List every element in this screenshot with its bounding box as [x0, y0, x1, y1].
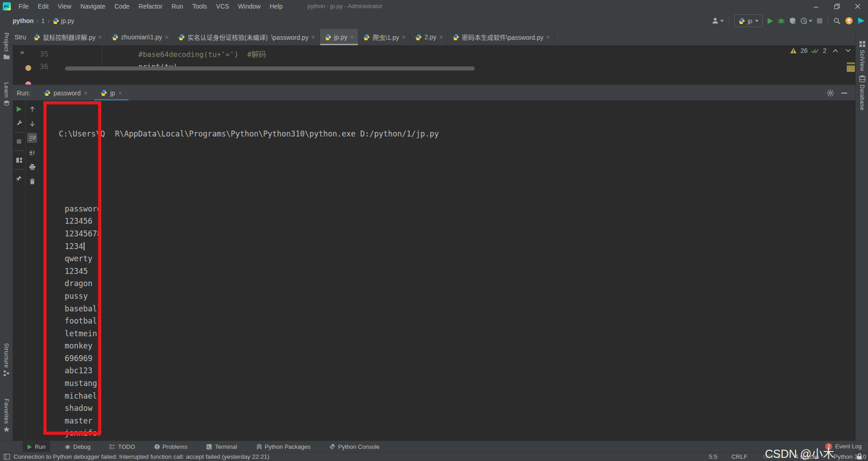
editor-tab[interactable]: 密码本生成软件\password.py ×	[448, 29, 555, 45]
hide-panel-icon[interactable]	[841, 92, 847, 94]
editor-tab[interactable]: 2.py ×	[410, 29, 448, 45]
tool-window-run-button[interactable]: Run	[23, 441, 50, 452]
stop-button[interactable]	[816, 18, 823, 24]
editor-area[interactable]: » 35 #base64decoding(tu+'=') #解码 36 prin…	[13, 45, 855, 85]
tool-window-python-console-button[interactable]: Python Console	[325, 441, 384, 452]
profiler-button[interactable]	[800, 17, 812, 24]
run-with-coverage-button[interactable]	[789, 17, 796, 24]
menu-item[interactable]: Edit	[34, 1, 53, 11]
tool-window-python-packages-button[interactable]: Python Packages	[252, 441, 315, 452]
tool-window-buttons: Run Debug TODO Problems Terminal Python …	[23, 441, 384, 452]
close-tab-icon[interactable]: ×	[118, 90, 122, 96]
python-file-icon	[738, 18, 745, 24]
up-stacktrace-icon[interactable]	[27, 104, 37, 114]
run-button[interactable]	[767, 18, 774, 24]
password-line: 123456	[38, 215, 439, 228]
close-tab-icon[interactable]: ×	[165, 34, 169, 40]
down-stacktrace-icon[interactable]	[27, 118, 37, 128]
maximize-button[interactable]	[826, 0, 847, 13]
run-configuration-selector[interactable]: jp	[734, 14, 763, 27]
editor-tab[interactable]: 实名认证身份证核验(未编译) \password.py ×	[174, 29, 320, 45]
close-tab-icon[interactable]: ×	[84, 90, 88, 96]
menu-item[interactable]: Run	[167, 1, 187, 11]
close-tab-icon[interactable]: ×	[98, 34, 102, 40]
pin-tab-icon[interactable]	[14, 174, 24, 183]
tool-window-structure[interactable]: Structure	[0, 343, 13, 376]
tool-window-problems-button[interactable]: Problems	[150, 441, 192, 452]
menu-item[interactable]: VCS	[212, 1, 233, 11]
caret-position[interactable]: 5:5	[709, 453, 717, 460]
menu-item[interactable]: Refactor	[135, 1, 167, 11]
close-button[interactable]	[847, 0, 868, 13]
password-line: shadow	[38, 402, 439, 415]
editor-tab[interactable]: 鼠标控制器详解.py ×	[29, 29, 107, 45]
run-configuration-name: jp	[748, 18, 752, 24]
breadcrumb-folder[interactable]: 1	[41, 17, 45, 24]
run-toolbar-console	[26, 100, 38, 441]
gear-icon[interactable]	[827, 89, 834, 97]
run-panel-title: Run:	[17, 89, 30, 97]
run-tab[interactable]: jp ×	[94, 85, 128, 101]
tool-window-todo-button[interactable]: TODO	[105, 441, 139, 452]
status-message[interactable]: Connection to Python debugger failed: In…	[14, 453, 269, 460]
python-file-icon	[178, 34, 185, 41]
next-problem-icon[interactable]	[845, 49, 851, 52]
ide-features-icon[interactable]	[857, 17, 865, 25]
tool-window-favorites[interactable]: Favorites	[0, 399, 13, 433]
stop-button-disabled[interactable]	[14, 136, 24, 146]
menu-item[interactable]: Navigate	[76, 1, 109, 11]
run-play-icon	[27, 444, 32, 450]
editor-tab[interactable]: jp.py ×	[320, 29, 359, 45]
sciview-grid-icon	[859, 41, 866, 47]
menu-item[interactable]: Help	[265, 1, 287, 11]
menu-item[interactable]: Window	[234, 1, 265, 11]
editor-line-35: 35 #base64decoding(tu+'=') #解码	[13, 47, 855, 60]
rerun-button[interactable]	[14, 104, 24, 114]
menu-item[interactable]: View	[54, 1, 75, 11]
close-tab-icon[interactable]: ×	[439, 34, 443, 40]
indent-guide	[102, 45, 102, 66]
run-tab[interactable]: password ×	[38, 85, 94, 101]
debug-button[interactable]	[778, 17, 785, 24]
soft-wrap-icon[interactable]	[27, 133, 37, 143]
tab-label: 密码本生成软件\password.py	[462, 33, 543, 42]
tool-window-switcher-icon[interactable]	[4, 454, 10, 460]
restore-layout-icon[interactable]	[14, 155, 24, 165]
breadcrumb-file[interactable]: jp.py	[61, 17, 75, 24]
console-output[interactable]: C:\Users\QR\AppData\Local\Programs\Pytho…	[38, 103, 439, 441]
tab-label: zhuomian\1.py	[121, 33, 162, 41]
horizontal-scrollbar[interactable]	[65, 66, 475, 71]
menu-item[interactable]: File	[14, 1, 33, 11]
minimize-button[interactable]	[806, 0, 826, 13]
user-account-icon[interactable]	[712, 17, 724, 24]
tool-window-terminal-button[interactable]: Terminal	[202, 441, 241, 452]
tool-window-learn[interactable]: Learn	[0, 82, 13, 107]
search-everywhere-icon[interactable]	[833, 17, 841, 25]
update-notification-icon[interactable]	[845, 17, 853, 25]
scroll-to-end-icon[interactable]	[27, 147, 37, 157]
clear-console-trash-icon[interactable]	[27, 176, 37, 186]
tool-window-project[interactable]: Project	[0, 33, 13, 60]
breadcrumb-project[interactable]: python	[13, 17, 34, 24]
inspections-widget[interactable]: 26 2	[790, 47, 851, 54]
edit-configuration-wrench-icon[interactable]	[14, 118, 24, 128]
line-ending-indicator[interactable]: CRLF	[731, 453, 747, 460]
tool-window-database[interactable]: Database	[856, 75, 868, 111]
print-icon[interactable]	[27, 162, 37, 172]
close-tab-icon[interactable]: ×	[546, 34, 550, 40]
toolbar-divider	[828, 16, 828, 25]
terminal-icon	[206, 444, 212, 450]
prev-problem-icon[interactable]	[833, 49, 838, 52]
password-line: password	[38, 203, 439, 216]
close-tab-icon[interactable]: ×	[350, 34, 354, 40]
close-tab-icon[interactable]: ×	[402, 34, 406, 40]
editor-tab[interactable]: zhuomian\1.py ×	[107, 29, 174, 45]
editor-tab[interactable]: 爬虫\1.py ×	[359, 29, 410, 45]
run-console[interactable]: C:\Users\QR\AppData\Local\Programs\Pytho…	[13, 100, 855, 441]
tool-window-debug-button[interactable]: Debug	[60, 441, 95, 452]
close-tab-icon[interactable]: ×	[311, 34, 315, 40]
menu-item[interactable]: Tools	[188, 1, 211, 11]
tool-window-sciview[interactable]: SciView	[856, 41, 868, 71]
python-console-icon	[330, 444, 335, 450]
menu-item[interactable]: Code	[110, 1, 133, 11]
